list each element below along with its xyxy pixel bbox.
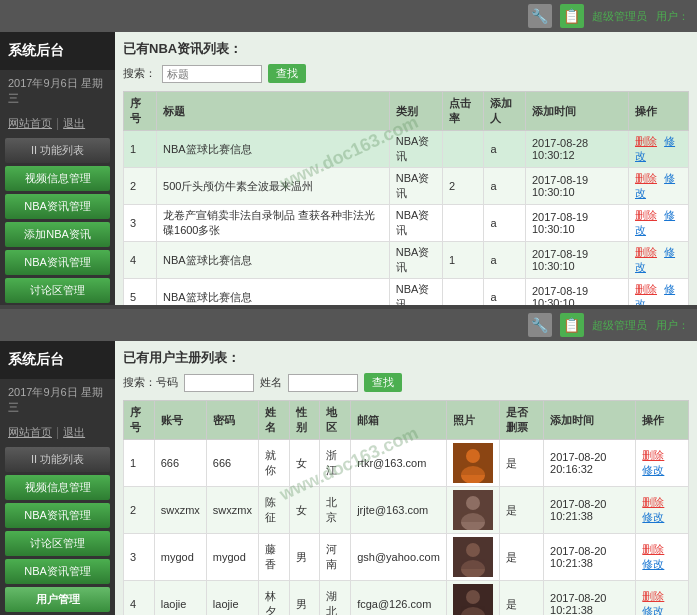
- sidebar-btn-nba-mgmt[interactable]: NBA资讯管理: [5, 503, 110, 528]
- sidebar-btn-add-nba[interactable]: 添加NBA资讯: [5, 222, 110, 247]
- ucol-ops: 操作: [636, 401, 689, 440]
- user-row-ops: 删除 修改: [636, 440, 689, 487]
- user-section-title: 已有用户主册列表：: [123, 349, 689, 367]
- user-row-pwd: laojie: [206, 581, 258, 616]
- user-row-time: 2017-08-20 20:16:32: [544, 440, 636, 487]
- news-row-author: a: [484, 279, 526, 306]
- user-search-btn[interactable]: 查找: [364, 373, 402, 392]
- sidebar-btn-users-active[interactable]: 用户管理: [5, 587, 110, 612]
- user-delete-link[interactable]: 删除: [642, 543, 664, 555]
- sidebar-btn-video-2[interactable]: 视频信息管理: [5, 475, 110, 500]
- user-row-gender: 男: [289, 581, 320, 616]
- user-row-pwd: mygod: [206, 534, 258, 581]
- sidebar-btn-nba-1[interactable]: NBA资讯管理: [5, 194, 110, 219]
- sidebar-btn-nba-3[interactable]: NBA资讯管理: [5, 559, 110, 584]
- user-row-name: 陈征: [258, 487, 289, 534]
- sidebar-btn-function-2[interactable]: II 功能列表: [5, 447, 110, 472]
- delete-link[interactable]: 删除: [635, 246, 657, 258]
- news-row-time: 2017-08-28 10:30:12: [525, 131, 628, 168]
- news-table-row: 2 500斤头颅仿牛素全波最来温州 NBA资讯 2 a 2017-08-19 1…: [124, 168, 689, 205]
- svg-rect-15: [461, 606, 485, 615]
- sidebar-btn-video-1[interactable]: 视频信息管理: [5, 166, 110, 191]
- user-delete-link[interactable]: 删除: [642, 496, 664, 508]
- search-label: 搜索：: [123, 66, 156, 81]
- user-row-region: 河南: [320, 534, 351, 581]
- user-row-account: mygod: [154, 534, 206, 581]
- admin-label: 超级管理员 用户：: [592, 9, 689, 24]
- news-row-title: 龙卷产宣销卖非法自录制品 查获各种非法光碟1600多张: [157, 205, 390, 242]
- news-table-row: 4 NBA篮球比赛信息 NBA资讯 1 a 2017-08-19 10:30:1…: [124, 242, 689, 279]
- user-row-email: fcga@126.com: [351, 581, 447, 616]
- delete-link[interactable]: 删除: [635, 135, 657, 147]
- user-delete-link[interactable]: 删除: [642, 449, 664, 461]
- news-search-btn[interactable]: 查找: [268, 64, 306, 83]
- sidebar-btn-function-list-1[interactable]: II 功能列表: [5, 138, 110, 163]
- col-hits: 点击率: [442, 92, 484, 131]
- user-row-ops: 删除 修改: [636, 534, 689, 581]
- user-row-account: 666: [154, 440, 206, 487]
- user-row-region: 浙江: [320, 440, 351, 487]
- ucol-name: 姓名: [258, 401, 289, 440]
- sidebar-2: 系统后台 2017年9月6日 星期三 网站首页 | 退出 II 功能列表 视频信…: [0, 341, 115, 615]
- user-table-row: 1 666 666 就你 女 浙江 rtkr@163.com 是 2017-08…: [124, 440, 689, 487]
- user-edit-link[interactable]: 修改: [642, 605, 664, 615]
- user-edit-link[interactable]: 修改: [642, 558, 664, 570]
- user-delete-link[interactable]: 删除: [642, 590, 664, 602]
- user-row-time: 2017-08-20 10:21:38: [544, 581, 636, 616]
- user-row-email: jrjte@163.com: [351, 487, 447, 534]
- news-row-ops: 删除 修改: [629, 242, 689, 279]
- col-title: 标题: [157, 92, 390, 131]
- news-row-title: NBA篮球比赛信息: [157, 242, 390, 279]
- user-row-gender: 女: [289, 487, 320, 534]
- news-row-category: NBA资讯: [389, 168, 442, 205]
- news-section-title: 已有NBA资讯列表：: [123, 40, 689, 58]
- user-search-account[interactable]: [184, 374, 254, 392]
- nav-home-2[interactable]: 网站首页: [8, 425, 52, 440]
- delete-link[interactable]: 删除: [635, 283, 657, 295]
- user-table-row: 2 swxzmx swxzmx 陈征 女 北京 jrjte@163.com 是 …: [124, 487, 689, 534]
- news-table: 序号 标题 类别 点击率 添加人 添加时间 操作 1 NBA篮球比赛信息 NBA…: [123, 91, 689, 305]
- user-search-name[interactable]: [288, 374, 358, 392]
- user-row-isdel: 是: [499, 487, 543, 534]
- ucol-time: 添加时间: [544, 401, 636, 440]
- table-icon-2: 📋: [560, 313, 584, 337]
- user-row-ops: 删除 修改: [636, 487, 689, 534]
- col-category: 类别: [389, 92, 442, 131]
- user-row-id: 1: [124, 440, 155, 487]
- top-bar-2: 🔧 📋 超级管理员 用户：: [0, 309, 697, 341]
- user-row-photo: [446, 534, 499, 581]
- user-row-id: 4: [124, 581, 155, 616]
- svg-point-13: [466, 590, 480, 604]
- news-row-category: NBA资讯: [389, 205, 442, 242]
- col-id: 序号: [124, 92, 157, 131]
- user-row-region: 湖北: [320, 581, 351, 616]
- user-search-label2: 姓名: [260, 375, 282, 390]
- news-row-title: NBA篮球比赛信息: [157, 131, 390, 168]
- sidebar-btn-forum-2[interactable]: 讨论区管理: [5, 531, 110, 556]
- ucol-isdel: 是否删票: [499, 401, 543, 440]
- news-row-author: a: [484, 168, 526, 205]
- col-author: 添加人: [484, 92, 526, 131]
- delete-link[interactable]: 删除: [635, 209, 657, 221]
- news-row-hits: [442, 279, 484, 306]
- sidebar-1: 系统后台 2017年9月6日 星期三 网站首页 | 退出 II 功能列表 视频信…: [0, 32, 115, 305]
- user-edit-link[interactable]: 修改: [642, 464, 664, 476]
- nav-home-1[interactable]: 网站首页: [8, 116, 52, 131]
- news-search-input[interactable]: [162, 65, 262, 83]
- sidebar-btn-nba-2[interactable]: NBA资讯管理: [5, 250, 110, 275]
- news-row-id: 1: [124, 131, 157, 168]
- user-edit-link[interactable]: 修改: [642, 511, 664, 523]
- col-time: 添加时间: [525, 92, 628, 131]
- sidebar-btn-forum-1[interactable]: 讨论区管理: [5, 278, 110, 303]
- svg-point-9: [466, 543, 480, 557]
- user-row-name: 就你: [258, 440, 289, 487]
- nav-logout-2[interactable]: 退出: [63, 425, 85, 440]
- delete-link[interactable]: 删除: [635, 172, 657, 184]
- news-row-ops: 删除 修改: [629, 131, 689, 168]
- user-row-photo: [446, 440, 499, 487]
- nav-logout-1[interactable]: 退出: [63, 116, 85, 131]
- user-row-time: 2017-08-20 10:21:38: [544, 534, 636, 581]
- user-content: 已有用户主册列表： 搜索：号码 姓名 查找 序号 账号 密码 姓名: [115, 341, 697, 615]
- user-table-row: 3 mygod mygod 藤香 男 河南 gsh@yahoo.com 是 20…: [124, 534, 689, 581]
- ucol-id: 序号: [124, 401, 155, 440]
